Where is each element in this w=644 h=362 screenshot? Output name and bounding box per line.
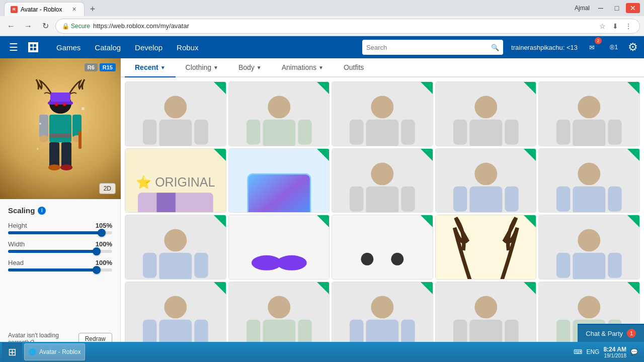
item-card[interactable]: □□□□Shiny G... <box>538 215 640 280</box>
minimize-button[interactable]: ─ <box>594 3 608 13</box>
download-icon[interactable]: ⬇ <box>610 21 620 31</box>
r15-badge[interactable]: R15 <box>100 63 116 71</box>
svg-rect-75 <box>469 186 502 213</box>
svg-rect-27 <box>143 120 156 145</box>
item-image <box>229 215 330 280</box>
item-card[interactable]: Korblox Mage L... <box>435 282 537 346</box>
browser-titlebar: R Avatar - Roblox ✕ + Ajmal ─ □ ✕ <box>0 0 644 16</box>
robux-button[interactable]: ® 1 <box>606 39 622 55</box>
item-card[interactable]: Purple Alien <box>228 215 330 280</box>
item-card[interactable]: Roblox 2.0 Torso <box>435 81 537 146</box>
item-card[interactable]: Shiny Teeth <box>332 215 433 280</box>
address-bar[interactable]: 🔒 Secure https://web.roblox.com/my/avata… <box>55 19 640 34</box>
category-tabs: Recent ▼ Clothing ▼ Body ▼ Animations ▼ … <box>121 58 644 77</box>
item-card[interactable]: Roblox 2.0 Left ... <box>125 282 226 346</box>
bookmark-icon[interactable]: ☆ <box>597 21 607 31</box>
nav-username: trainerashpikachu: <13 <box>511 44 578 51</box>
close-button[interactable]: ✕ <box>626 3 640 13</box>
item-corner-badge <box>524 282 536 294</box>
r6-badge[interactable]: R6 <box>85 63 98 71</box>
animations-dropdown-arrow: ▼ <box>318 65 324 70</box>
item-card[interactable]: Roblox 2.0 Left ... <box>125 215 226 280</box>
maximize-button[interactable]: □ <box>610 3 624 13</box>
svg-rect-119 <box>298 319 311 344</box>
start-button[interactable]: ⊞ <box>2 342 22 361</box>
svg-rect-54 <box>573 120 606 146</box>
svg-rect-68 <box>366 186 399 213</box>
taskbar-clock: 8:24 AM 19/1/2018 <box>603 346 626 358</box>
hamburger-menu-button[interactable]: ☰ <box>6 38 21 56</box>
tab-body[interactable]: Body ▼ <box>228 58 272 77</box>
item-card[interactable]: Snake Eyes <box>538 81 640 146</box>
item-corner-badge <box>627 149 639 161</box>
items-grid: Ninja Swim Ninja Climb Korblox Mage T...… <box>121 77 644 350</box>
taskbar-item-chrome[interactable]: 🌐 Avatar - Roblox <box>24 343 85 360</box>
head-slider-track[interactable] <box>8 268 112 272</box>
forward-button[interactable]: → <box>21 19 35 33</box>
svg-rect-16 <box>78 131 82 149</box>
svg-rect-1 <box>30 44 33 47</box>
nav-catalog[interactable]: Catalog <box>88 36 128 58</box>
new-tab-button[interactable]: + <box>86 2 100 16</box>
settings-icon[interactable]: ⚙ <box>628 41 638 54</box>
tab-animations[interactable]: Animations ▼ <box>272 58 334 77</box>
back-button[interactable]: ← <box>4 19 18 33</box>
item-card[interactable]: Ninja Climb <box>228 81 330 146</box>
svg-rect-94 <box>229 215 330 280</box>
recent-dropdown-arrow: ▼ <box>160 65 166 70</box>
more-icon[interactable]: ⋮ <box>623 21 633 31</box>
scaling-info-icon[interactable]: i <box>38 207 46 215</box>
refresh-button[interactable]: ↻ <box>38 19 52 33</box>
tab-close-button[interactable]: ✕ <box>70 6 78 14</box>
svg-rect-84 <box>608 186 622 211</box>
browser-tab-active[interactable]: R Avatar - Roblox ✕ <box>4 2 85 16</box>
roblox-navbar: ☰ Games Catalog Develop Robux 🔍 trainera… <box>0 36 644 58</box>
svg-point-81 <box>578 162 601 185</box>
roblox-logo[interactable] <box>25 39 41 55</box>
height-slider-track[interactable] <box>8 231 112 234</box>
search-input[interactable] <box>366 44 488 51</box>
width-slider-thumb[interactable] <box>93 247 101 255</box>
notification-icon[interactable]: 💬 <box>630 348 638 355</box>
item-card[interactable]: ⭐ ORIGINAL ⭐ ORIGINAL...⭐ ORIGINAL ... <box>125 148 226 213</box>
head-slider-group: Head 100% <box>8 259 112 272</box>
height-slider-thumb[interactable] <box>98 229 106 237</box>
height-slider-fill <box>8 231 102 234</box>
search-icon[interactable]: 🔍 <box>491 44 499 51</box>
svg-rect-18 <box>61 142 71 167</box>
item-card[interactable]: Ninja Swim <box>125 81 226 146</box>
avatar-preview: R6 R15 <box>0 58 121 199</box>
tab-outfits[interactable]: Outfits <box>334 58 374 77</box>
item-card[interactable]: Frost Guard Ge... <box>538 148 640 213</box>
head-slider-fill <box>8 268 97 272</box>
width-slider-track[interactable] <box>8 250 112 253</box>
nav-robux[interactable]: Robux <box>170 36 205 58</box>
svg-rect-90 <box>143 253 156 278</box>
svg-point-109 <box>164 296 187 318</box>
svg-point-23 <box>37 148 39 150</box>
tab-clothing[interactable]: Clothing ▼ <box>176 58 228 77</box>
tab-recent[interactable]: Recent ▼ <box>125 58 176 77</box>
svg-point-8 <box>55 103 58 106</box>
item-card[interactable]: ICE ICE ICE ICE I... <box>228 148 330 213</box>
svg-rect-62 <box>156 193 175 213</box>
item-corner-badge <box>214 215 226 227</box>
item-card[interactable]: Starry Rune Ant... <box>435 215 537 280</box>
item-card[interactable]: Roblox 2.0 Righ... <box>228 282 330 346</box>
item-card[interactable]: Roblox 2.0 Righ... <box>435 148 537 213</box>
search-box[interactable]: 🔍 <box>362 40 503 55</box>
head-slider-thumb[interactable] <box>93 266 101 274</box>
nav-games[interactable]: Games <box>49 36 88 58</box>
item-corner-badge <box>421 282 433 294</box>
svg-rect-3 <box>30 48 33 50</box>
svg-rect-82 <box>573 186 606 213</box>
chat-party-button[interactable]: Chat & Party 1 <box>578 324 644 342</box>
messages-button[interactable]: ✉ 2 <box>584 39 600 55</box>
item-card[interactable]: Frost Guard Ge... <box>332 282 433 346</box>
svg-rect-100 <box>436 215 536 280</box>
nav-develop[interactable]: Develop <box>128 36 170 58</box>
item-card[interactable]: Korblox Mage R... <box>332 148 433 213</box>
item-card[interactable]: Korblox Mage T... <box>332 81 433 146</box>
view-2d-button[interactable]: 2D <box>99 183 116 194</box>
item-image <box>332 149 433 213</box>
